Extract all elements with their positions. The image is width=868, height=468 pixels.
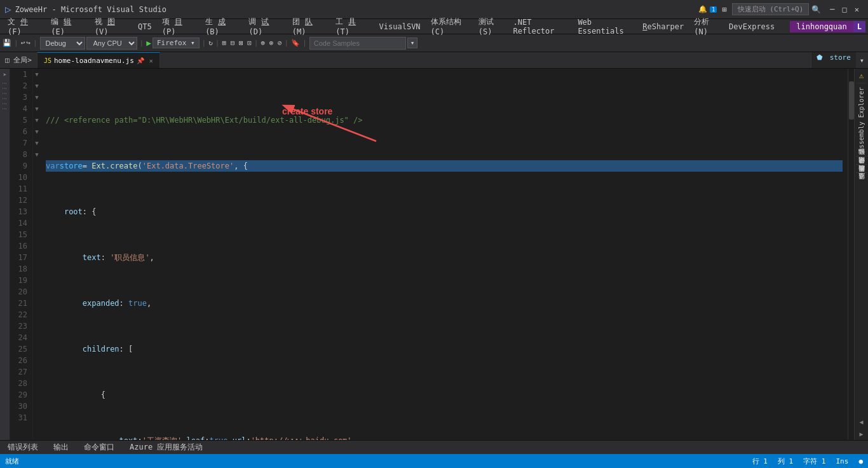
config-dropdown[interactable]: DebugRelease [40, 37, 85, 50]
notify-icon: 🔔 [698, 5, 707, 13]
connection-status: 就绪 [5, 457, 19, 466]
menu-debug[interactable]: 调试(D) [243, 15, 287, 38]
menu-test[interactable]: 测试(S) [473, 15, 508, 38]
play-button[interactable]: ▶ [146, 38, 151, 48]
code-line-2: var store = Ext.create('Ext.data.TreeSto… [46, 160, 843, 172]
code-line-3: root: { [46, 206, 843, 217]
assembly-explorer[interactable]: Assembly Explorer [857, 83, 866, 156]
fold-14[interactable]: ▼ [33, 126, 41, 137]
main-area: ➤ ⋮⋮⋮⋮⋮⋮ 12345 678910 1112131415 1617181… [0, 69, 868, 440]
code-samples-search[interactable] [309, 37, 406, 50]
tab-command[interactable]: 命令窗口 [81, 441, 117, 454]
menu-file[interactable]: 文件(F) [3, 15, 46, 38]
browser-dropdown[interactable]: Firefox ▾ [153, 38, 200, 48]
code-line-8: text:'工资查询',leaf:true,url:'http://www.ba… [46, 435, 843, 440]
menu-visualsvn[interactable]: VisualSVN [374, 21, 426, 32]
tab-output[interactable]: 输出 [51, 441, 71, 454]
code-line-6: children: [ [46, 343, 843, 355]
line-numbers: 12345 678910 1112131415 1617181920 21222… [10, 69, 33, 440]
col-status: 列 1 [778, 457, 793, 466]
char-status: 字符 1 [803, 457, 825, 466]
code-line-4: text: '职员信息', [46, 252, 843, 263]
scroll-recorder[interactable]: 滚动记录器 [856, 164, 867, 172]
tabbar: ◫ 全局> JS home-loadnavmenu.js 📌 ✕ ⬟ store… [0, 52, 868, 69]
fold-13[interactable]: ▼ [33, 114, 41, 126]
editor-area: 12345 678910 1112131415 1617181920 21222… [10, 69, 854, 440]
fold-6[interactable]: ▼ [33, 80, 41, 92]
code-line-5: expanded: true, [46, 298, 843, 309]
menu-tools[interactable]: 工具(T) [330, 15, 374, 38]
menu-resharper[interactable]: ReSharper [637, 21, 689, 32]
undo-icon[interactable]: ↩ [21, 39, 25, 47]
code-line-7: { [46, 389, 843, 401]
fold-7[interactable]: ▼ [33, 92, 41, 103]
activity-arrow[interactable]: ➤ [3, 70, 6, 79]
store-label: store [830, 53, 851, 62]
refresh-icon[interactable]: ↻ [208, 39, 213, 47]
redo-icon[interactable]: ↪ [26, 39, 31, 47]
circle-icon: ● [858, 457, 863, 465]
heat-item[interactable]: 准温器 [856, 181, 867, 188]
menu-view[interactable]: 视图(V) [90, 15, 133, 38]
bookmark-icon[interactable]: 🔖 [291, 39, 300, 47]
notify-count: 1 [710, 6, 717, 13]
tab-error-list[interactable]: 错误列表 [5, 441, 41, 454]
menu-build[interactable]: 生成(B) [200, 15, 243, 38]
active-tab[interactable]: JS home-loadnavmenu.js 📌 ✕ [37, 52, 160, 68]
menubar: 文件(F) 编辑(E) 视图(V) QT5 项目(P) 生成(B) 调试(D) … [0, 19, 868, 34]
platform-dropdown[interactable]: Any CPU [86, 37, 137, 50]
tab-all[interactable]: ◫ 全局> [0, 52, 37, 68]
statusbar: 就绪 行 1 列 1 字符 1 Ins ● [0, 454, 868, 468]
search-go-icon[interactable]: ▾ [407, 38, 418, 48]
collapse-icon[interactable]: ◀ [857, 416, 865, 428]
menu-analyze[interactable]: 分析(N) [689, 15, 724, 38]
menu-webessentials[interactable]: Web Essentials [573, 17, 637, 37]
toolbar-icons: ⊞ ⊟ ⊠ ⊡ [222, 39, 251, 47]
fold-column: ▼ ▼ ▼ ▼ ▼ ▼ ▼ ▼ [33, 69, 41, 440]
right-sidebar: ⚠ Assembly Explorer 翻译 滚动记录器 图表构造器 准温器 ◀… [854, 69, 868, 440]
menu-team[interactable]: 团队(M) [287, 15, 330, 38]
menu-project[interactable]: 项目(P) [157, 15, 200, 38]
activity-bar: ➤ ⋮⋮⋮⋮⋮⋮ [0, 69, 10, 440]
tab-js-icon: JS [44, 57, 51, 64]
bottom-panel: 错误列表 输出 命令窗口 Azure 应用服务活动 [0, 440, 868, 454]
save-all-icon[interactable]: 💾 [3, 39, 11, 47]
user-name[interactable]: linhongquan [790, 21, 853, 32]
fold-18[interactable]: ▼ [33, 137, 41, 149]
fold-9[interactable]: ▼ [33, 103, 41, 114]
search-icon[interactable]: 🔍 [811, 5, 821, 14]
tab-azure[interactable]: Azure 应用服务活动 [127, 441, 205, 454]
vertical-scrollbar[interactable] [848, 69, 854, 440]
code-line-1: /// <reference path="D:\HR\WebHR\WebHR\E… [46, 114, 843, 126]
rs-warn-icon: ⚠ [858, 69, 865, 83]
store-icon: ⬟ [817, 53, 823, 62]
tab-all-label: ◫ 全局> [5, 55, 32, 65]
window-icon: ⊞ [722, 5, 726, 14]
tab-store-badge: ⬟ store [811, 52, 856, 68]
menu-reflector[interactable]: .NET Reflector [508, 17, 573, 37]
tab-close-btn[interactable]: ✕ [149, 57, 153, 64]
translate-item[interactable]: 翻译 [856, 156, 867, 164]
tab-pin-icon[interactable]: 📌 [137, 57, 144, 64]
user-avatar: L [853, 21, 865, 32]
toolbar-icons2: ⊕ ⊗ ⊘ [261, 39, 281, 47]
quick-launch-text[interactable]: 快速启动 (Ctrl+Q) [732, 3, 810, 15]
menu-arch[interactable]: 体系结构(C) [426, 15, 473, 38]
menu-qt5[interactable]: QT5 [133, 21, 157, 32]
tab-filename: home-loadnavmenu.js [54, 57, 134, 65]
fold-2[interactable]: ▼ [33, 69, 41, 80]
menu-edit[interactable]: 编辑(E) [46, 15, 89, 38]
chart-builder[interactable]: 图表构造器 [856, 172, 867, 181]
title-text: ZoweeHr - Microsoft Visual Studio [15, 5, 698, 14]
fold-28[interactable]: ▼ [33, 149, 41, 160]
scrollbar-thumb[interactable] [849, 81, 854, 120]
restore-button[interactable]: □ [839, 5, 851, 14]
close-button[interactable]: ✕ [851, 5, 863, 14]
code-content[interactable]: /// <reference path="D:\HR\WebHR\WebHR\E… [41, 69, 848, 440]
scroll-down-icon[interactable]: ▾ [856, 52, 868, 68]
minimize-button[interactable]: ─ [826, 5, 838, 14]
activity-dots: ⋮⋮⋮⋮⋮⋮ [2, 79, 8, 113]
expand-icon[interactable]: ▶ [857, 428, 865, 440]
vs-logo: ▷ [5, 3, 11, 15]
menu-devexpress[interactable]: DevExpress [724, 21, 780, 32]
